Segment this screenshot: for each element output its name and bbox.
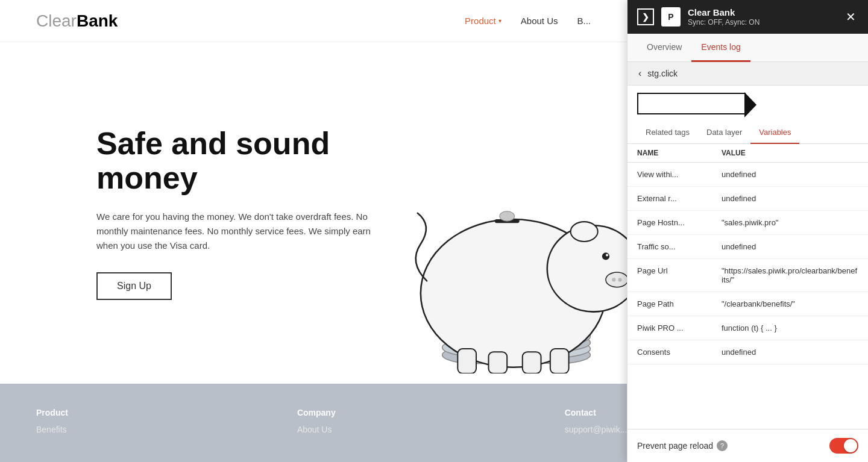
cell-value: "/clearbank/benefits/" (722, 299, 795, 308)
table-row: Consents undefined (627, 340, 868, 364)
prevent-reload-toggle[interactable] (829, 438, 858, 454)
logo: Clear Bank (36, 11, 118, 31)
col-name-header: NAME (637, 149, 722, 157)
website: Clear Bank Product ▾ About Us B... Safe … (0, 0, 627, 462)
cell-value: undefined (722, 194, 756, 203)
footer-col-company: Company About Us (297, 408, 336, 434)
table-row: Piwik PRO ... function (t) { ... } (627, 316, 868, 340)
cell-value: function (t) { ... } (722, 323, 777, 332)
logo-bank: Bank (77, 11, 118, 31)
cell-name: Traffic so... (637, 242, 722, 251)
svg-rect-17 (523, 352, 541, 373)
panel-logo-icon: P (661, 7, 681, 27)
panel-header: ❯ P Clear Bank Sync: OFF, Async: ON ✕ (627, 0, 868, 34)
sub-tab-related-tags[interactable]: Related tags (637, 122, 698, 144)
panel-close-button[interactable]: ✕ (843, 7, 858, 27)
panel-footer: Prevent page reload ? (627, 429, 868, 462)
arrow-shape (637, 93, 746, 114)
nav-product[interactable]: Product ▾ (465, 16, 502, 26)
events-label: stg.click (647, 69, 678, 78)
footer-company-title: Company (297, 408, 336, 417)
svg-point-10 (606, 254, 608, 256)
footer-about-link[interactable]: About Us (297, 425, 336, 434)
footer-email-link[interactable]: support@piwik... (565, 425, 627, 434)
table-row: Traffic so... undefined (627, 235, 868, 259)
panel-subtitle: Sync: OFF, Async: ON (688, 18, 836, 27)
panel-title: Clear Bank (688, 7, 836, 17)
cell-name: Page Url (637, 266, 722, 275)
arrow-shape-container (627, 86, 868, 122)
footer-columns: Product Benefits Company About Us Contac… (36, 408, 591, 434)
logo-clear: Clear (36, 11, 77, 31)
svg-point-19 (500, 211, 515, 221)
footer-contact-title: Contact (565, 408, 627, 417)
cell-value: undefined (722, 242, 756, 251)
table-row: Page Hostn... "sales.piwik.pro" (627, 211, 868, 235)
cell-value: undefined (722, 348, 756, 357)
svg-point-9 (602, 252, 609, 260)
footer-product-title: Product (36, 408, 68, 417)
hero-section: Safe and sound money We care for you hav… (0, 42, 627, 379)
svg-rect-18 (550, 349, 569, 373)
footer-col-contact: Contact support@piwik... (565, 408, 627, 434)
svg-rect-15 (458, 349, 476, 373)
prevent-reload-label: Prevent page reload ? (637, 440, 728, 451)
panel-collapse-button[interactable]: ❯ (637, 8, 654, 25)
help-icon[interactable]: ? (717, 440, 728, 451)
cell-value: "https://sales.piwik.pro/clearbank/benef… (722, 266, 858, 284)
footer-benefits-link[interactable]: Benefits (36, 425, 68, 434)
nav-about[interactable]: About Us (521, 16, 558, 26)
chevron-down-icon: ▾ (498, 17, 502, 24)
cell-name: Piwik PRO ... (637, 323, 722, 332)
cell-name: Page Path (637, 299, 722, 308)
piggy-illustration (326, 114, 627, 373)
variables-table: NAME VALUE View withi... undefined Exter… (627, 144, 868, 429)
signup-button[interactable]: Sign Up (96, 272, 172, 300)
tag-manager-panel: ❯ P Clear Bank Sync: OFF, Async: ON ✕ Ov… (627, 0, 868, 462)
col-value-header: VALUE (722, 149, 746, 157)
footer-col-product: Product Benefits (36, 408, 68, 434)
cell-name: View withi... (637, 170, 722, 179)
events-back-button[interactable]: ‹ (637, 67, 643, 80)
table-header: NAME VALUE (627, 144, 868, 163)
nav-links: Product ▾ About Us B... (465, 16, 591, 26)
navbar: Clear Bank Product ▾ About Us B... (0, 0, 627, 42)
cell-name: External r... (637, 194, 722, 203)
nav-other[interactable]: B... (577, 16, 591, 26)
svg-point-12 (612, 278, 615, 281)
sub-tabs: Related tags Data layer Variables (627, 122, 868, 144)
events-section: ‹ stg.click (627, 62, 868, 86)
tab-events-log[interactable]: Events log (691, 34, 750, 62)
sub-tab-variables[interactable]: Variables (750, 122, 799, 144)
cell-name: Consents (637, 348, 722, 357)
cell-name: Page Hostn... (637, 218, 722, 227)
table-row: Page Url "https://sales.piwik.pro/clearb… (627, 259, 868, 292)
panel-tabs: Overview Events log (627, 34, 868, 62)
panel-title-group: Clear Bank Sync: OFF, Async: ON (688, 7, 836, 27)
table-row: Page Path "/clearbank/benefits/" (627, 292, 868, 316)
cell-value: "sales.piwik.pro" (722, 218, 779, 227)
tab-overview[interactable]: Overview (637, 34, 691, 62)
sub-tab-data-layer[interactable]: Data layer (698, 122, 750, 144)
svg-point-8 (571, 222, 598, 242)
table-row: External r... undefined (627, 187, 868, 211)
cell-value: undefined (722, 170, 756, 179)
table-rows: View withi... undefined External r... un… (627, 163, 868, 364)
svg-point-13 (618, 278, 621, 281)
table-row: View withi... undefined (627, 163, 868, 187)
svg-rect-16 (488, 352, 507, 373)
svg-point-11 (606, 272, 627, 287)
footer: Product Benefits Company About Us Contac… (0, 384, 627, 462)
